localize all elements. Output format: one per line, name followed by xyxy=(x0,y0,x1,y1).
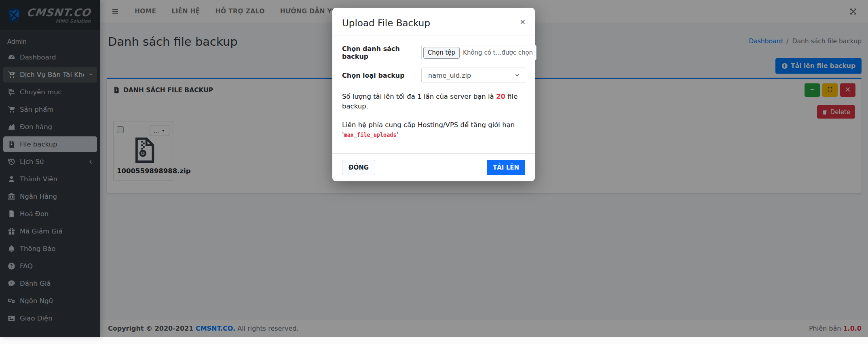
backup-file-label: Chọn danh sách backup xyxy=(342,45,421,60)
backup-type-label: Chọn loại backup xyxy=(342,72,421,79)
chevron-down-icon xyxy=(515,73,520,78)
modal-close-action-button[interactable]: ĐÓNG xyxy=(342,160,375,175)
max-upload-count: 20 xyxy=(496,93,505,100)
modal-footer: ĐÓNG TẢI LÊN xyxy=(332,153,535,181)
hosting-note: Liên hệ phía cung cấp Hosting/VPS để tăn… xyxy=(342,120,525,140)
backup-type-select[interactable]: name_uid.zip xyxy=(421,68,525,83)
modal-close-button[interactable]: × xyxy=(519,16,527,28)
modal-upload-button[interactable]: TẢI LÊN xyxy=(487,160,525,175)
modal-title: Upload File Backup xyxy=(342,18,525,28)
file-input-placeholder: Không có t…được chọn xyxy=(463,49,533,56)
choose-file-button[interactable]: Chọn tệp xyxy=(423,47,460,59)
modal-header: Upload File Backup × xyxy=(332,8,535,36)
upload-limit-note: Số lượng tải lên tối đa 1 lần của server… xyxy=(342,92,525,111)
modal-body: Chọn danh sách backup Chọn tệp Không có … xyxy=(332,36,535,144)
max-file-uploads-code: max_file_uploads xyxy=(344,132,397,138)
backup-file-input[interactable]: Chọn tệp Không có t…được chọn xyxy=(421,45,536,60)
viewport: CMSNT.CO MMO Solution Admin Dashboard Dị… xyxy=(0,0,868,344)
upload-file-backup-modal: Upload File Backup × Chọn danh sách back… xyxy=(332,8,535,181)
